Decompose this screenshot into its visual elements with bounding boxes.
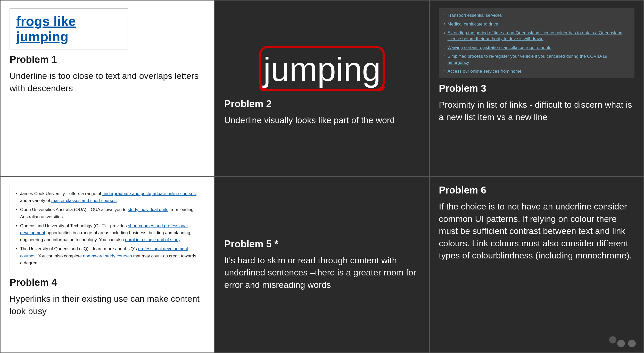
frogs-logo-box: frogs like jumping — [10, 8, 128, 49]
link-jcu-2[interactable]: master classes and short courses — [51, 198, 117, 203]
cell-problem-4: James Cook University—offers a range of … — [0, 176, 215, 353]
problem-2-desc: Underline visually looks like part of th… — [224, 114, 395, 127]
link-access[interactable]: Access our online services from home — [448, 68, 522, 74]
dot-1 — [617, 340, 625, 347]
link-list-box: › Transport essential services › Medical… — [439, 8, 634, 78]
cell-problem-5: Problem 5 * It's hard to skim or read th… — [215, 176, 430, 353]
link-qut-2[interactable]: enrol in a single unit of study — [125, 237, 180, 242]
chevron-icon: › — [444, 69, 445, 73]
link-medical[interactable]: Medical certificate to drive — [448, 21, 498, 27]
list-item: The University of Queensland (UQ)—learn … — [20, 245, 200, 266]
dots-decoration — [617, 340, 636, 347]
chevron-icon: › — [444, 13, 445, 18]
chevron-icon: › — [444, 45, 445, 50]
problem-6-title: Problem 6 — [439, 185, 634, 196]
link-oua-1[interactable]: study individual units — [128, 207, 168, 212]
problem-2-title: Problem 2 — [224, 98, 272, 110]
list-item: › Medical certificate to drive — [444, 21, 629, 27]
problem-6-desc: If the choice is to not have an underlin… — [439, 200, 634, 262]
problem-4-title: Problem 4 — [10, 277, 205, 288]
list-item: › Access our online services from home — [444, 68, 629, 74]
frogs-logo-text: frogs like jumping — [16, 14, 76, 44]
list-item: › Transport essential services — [444, 12, 629, 19]
link-uq-2[interactable]: non-award study courses — [83, 254, 132, 258]
chevron-icon: › — [444, 22, 445, 26]
link-transport[interactable]: Transport essential services — [448, 12, 502, 19]
list-item: › Simplified process to re-register your… — [444, 53, 629, 66]
list-item: Queensland University of Technology (QUT… — [20, 222, 200, 243]
cell-problem-3: › Transport essential services › Medical… — [429, 0, 644, 176]
problem-3-desc: Proximity in list of links - difficult t… — [439, 99, 634, 123]
chevron-icon: › — [444, 30, 445, 35]
link-extending[interactable]: Extending the period of time a non-Queen… — [448, 30, 629, 42]
jumping-outline: jumping — [263, 50, 381, 89]
list-item: › Waiving certain registration cancellat… — [444, 45, 629, 51]
content-list: James Cook University—offers a range of … — [15, 190, 200, 266]
link-waiving[interactable]: Waiving certain registration cancellatio… — [448, 45, 551, 51]
problem-4-desc: Hyperlinks in their existing use can mak… — [10, 293, 205, 317]
content-hyperlinks-box: James Cook University—offers a range of … — [10, 185, 205, 272]
jumping-logo-container: jumping — [263, 50, 381, 89]
cell-problem-2: jumping Problem 2 Underline visually loo… — [215, 0, 430, 176]
problem-5-desc: It's hard to skim or read through conten… — [224, 254, 420, 291]
jumping-text: jumping — [263, 50, 381, 89]
link-qut-1[interactable]: short courses and professional developme… — [20, 223, 188, 235]
link-jcu-1[interactable]: undergraduate and postgraduate online co… — [102, 191, 196, 196]
problem-1-desc: Underline is too close to text and overl… — [10, 70, 205, 94]
dot-2 — [628, 340, 636, 347]
list-item: Open Universities Australia (OUA)—OUA al… — [20, 206, 200, 220]
problem-5-title: Problem 5 * — [224, 239, 420, 250]
cell-problem-6: Problem 6 If the choice is to not have a… — [429, 176, 644, 353]
list-item: James Cook University—offers a range of … — [20, 190, 200, 204]
list-item: › Extending the period of time a non-Que… — [444, 30, 629, 42]
problem-1-title: Problem 1 — [10, 54, 205, 65]
chevron-icon: › — [444, 54, 445, 58]
dot-3 — [609, 336, 616, 343]
cell-problem-1: frogs like jumping Problem 1 Underline i… — [0, 0, 215, 176]
link-simplified[interactable]: Simplified process to re-register your v… — [448, 53, 629, 66]
problem-3-title: Problem 3 — [439, 83, 634, 94]
